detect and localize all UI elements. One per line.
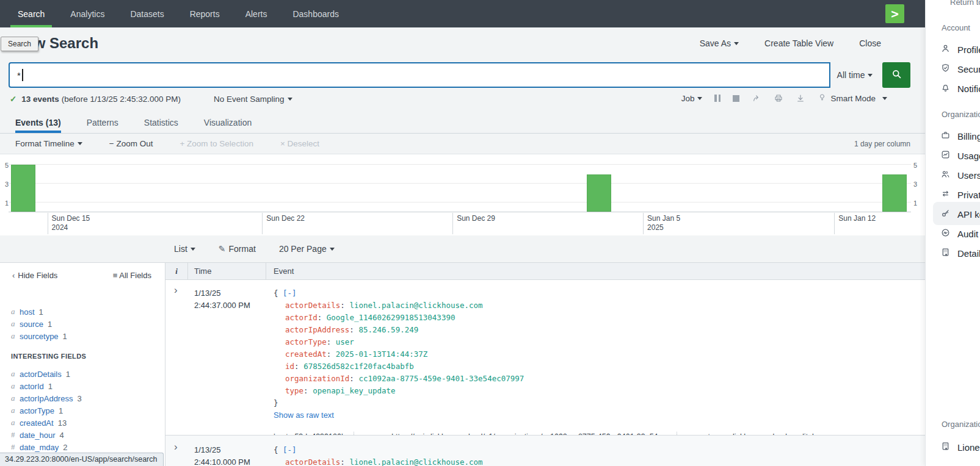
panel-item-notifications[interactable]: Notifications [940,82,980,95]
collapse-json-button[interactable]: [-] [283,445,297,454]
print-icon[interactable] [774,93,783,103]
nav-item-datasets[interactable]: Datasets [123,0,171,27]
json-key[interactable]: organizationId [285,374,349,383]
caret-down-icon [697,97,702,100]
panel-item-audit[interactable]: Audit [940,227,978,240]
search-input[interactable]: * [9,62,830,88]
event-sampling-dropdown[interactable]: No Event Sampling [214,95,292,104]
pause-icon[interactable] [714,95,720,102]
nav-item-alerts[interactable]: Alerts [238,0,275,27]
format-button[interactable]: ✎Format [219,244,256,254]
browser-status-bar: 34.29.223.20:8000/en-US/app/search/searc… [0,453,164,466]
json-value[interactable]: lionel.palacin@clickhouse.com [349,301,482,310]
results-content: ‹Hide Fields ≡ All Fields SELECTED FIELD… [0,262,925,466]
json-key[interactable]: actorDetails [285,301,340,310]
timeline-bar[interactable] [587,174,611,212]
share-icon[interactable] [752,93,761,103]
json-value[interactable]: 678526d582c1f20fac4babfb [303,362,414,371]
json-value[interactable]: 2025-01-13T14:44:37Z [336,349,428,359]
all-fields-button[interactable]: ≡ All Fields [113,271,151,280]
panel-item-organization-lionel[interactable]: Lionel [940,440,980,454]
gridline [9,183,911,184]
collapse-json-button[interactable]: [-] [283,289,297,298]
timeline-bar[interactable] [882,174,907,212]
expand-arrow-icon[interactable]: › [174,442,178,452]
building-icon [940,441,951,453]
panel-item-profile[interactable]: Profile [940,43,980,56]
export-icon[interactable] [796,93,805,103]
x-axis-label: Sun Dec 29 [452,213,495,234]
hide-fields-button[interactable]: ‹Hide Fields [12,271,57,280]
field-item-actorDetails[interactable]: aactorDetails1 [11,368,158,380]
json-key[interactable]: actorId [285,313,318,322]
zoom-to-selection-button[interactable]: + Zoom to Selection [180,139,253,148]
save-as-button[interactable]: Save As [700,38,739,48]
field-item-createdAt[interactable]: acreatedAt13 [11,417,158,429]
list-view-dropdown[interactable]: List [174,244,195,254]
json-key[interactable]: id [285,362,294,371]
timeline-plot-area[interactable] [9,156,911,212]
event-timestamp: 1/13/25 2:44:10.000 PM [194,444,250,466]
json-value[interactable]: Google_114602629918513043390 [327,313,456,322]
nav-item-search[interactable]: Search [10,0,52,27]
search-mode-dropdown[interactable]: Smart Mode [818,93,887,104]
nav-item-reports[interactable]: Reports [183,0,227,27]
return-link[interactable]: Return to [950,0,980,7]
zoom-out-button[interactable]: − Zoom Out [109,139,153,148]
field-item-actorIpAddress[interactable]: aactorIpAddress3 [11,392,158,404]
panel-item-security[interactable]: Security [940,62,980,76]
y-axis-label: 5 [1,162,9,169]
timeline-controls: Format Timeline − Zoom Out + Zoom to Sel… [0,134,925,154]
tab-events[interactable]: Events (13) [15,112,61,133]
json-key[interactable]: actorDetails [285,457,340,466]
tab-statistics[interactable]: Statistics [144,112,178,133]
panel-item-api-keys[interactable]: API keys [940,207,980,221]
show-raw-text-link[interactable]: Show as raw text [274,409,925,421]
panel-item-private[interactable]: Private [940,188,980,201]
splunk-logo-icon[interactable]: > [885,4,904,23]
json-value[interactable]: openapi_key_update [313,386,395,395]
field-item-date_hour[interactable]: #date_hour4 [11,429,158,441]
nav-item-analytics[interactable]: Analytics [63,0,112,27]
field-item-actorType[interactable]: aactorType1 [11,404,158,417]
format-timeline-dropdown[interactable]: Format Timeline [15,139,82,148]
field-item-source[interactable]: asource1 [11,318,158,330]
panel-item-details[interactable]: Details [940,246,980,260]
json-key[interactable]: actorType [285,337,327,346]
deselect-button[interactable]: × Deselect [280,139,319,148]
plus-icon: + [180,139,187,148]
per-page-dropdown[interactable]: 20 Per Page [279,244,335,254]
json-value[interactable]: lionel.palacin@clickhouse.com [349,457,482,466]
panel-item-billing[interactable]: Billing [940,129,980,143]
nav-item-dashboards[interactable]: Dashboards [285,0,346,27]
hover-tooltip: Search [1,37,38,51]
field-item-date_mday[interactable]: #date_mday2 [11,441,158,453]
field-item-host[interactable]: ahost1 [11,306,158,318]
tab-visualization[interactable]: Visualization [204,112,252,133]
event-row: › 1/13/25 2:44:10.000 PM { [-] actorDeta… [165,435,925,466]
json-key[interactable]: createdAt [285,349,327,359]
timeline-bar[interactable] [11,165,35,212]
json-key[interactable]: actorIpAddress [285,325,349,334]
tab-patterns[interactable]: Patterns [87,112,118,133]
job-menu[interactable]: Job [681,94,703,103]
bell-icon [940,82,951,95]
expand-arrow-icon[interactable]: › [174,285,178,295]
field-item-sourcetype[interactable]: asourcetype1 [11,330,158,342]
search-button[interactable] [882,62,910,88]
field-item-actorId[interactable]: aactorId1 [11,380,158,392]
json-value[interactable]: 85.246.59.249 [358,325,418,334]
panel-item-users[interactable]: Users [940,168,980,182]
json-value[interactable]: user [336,337,354,346]
create-table-view-button[interactable]: Create Table View [764,38,833,48]
json-value[interactable]: cc1092aa-8775-459e-9401-33e54ec07997 [358,374,524,383]
stop-icon[interactable] [733,95,739,102]
json-key[interactable]: type [285,386,303,395]
time-range-picker[interactable]: All time [832,62,878,88]
timeline-scale-label: 1 day per column [854,140,910,148]
panel-item-usage[interactable]: Usage [940,149,980,162]
close-button[interactable]: Close [859,38,881,48]
column-header-time: Time [188,263,266,279]
x-axis-label: Sun Jan 12 [834,213,876,234]
events-table-header: i Time Event [165,263,925,280]
